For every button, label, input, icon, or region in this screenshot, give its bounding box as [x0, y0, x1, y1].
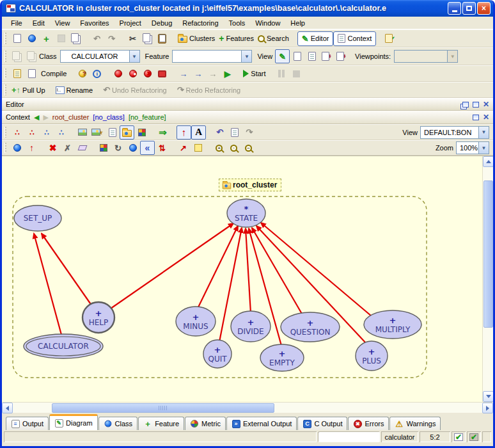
- diagram-node-quit[interactable]: +QUIT: [203, 340, 232, 368]
- inheritance-arrow-divide-to-state[interactable]: [246, 228, 251, 313]
- diagram-node-multiply[interactable]: +MULTIPLY: [364, 310, 421, 339]
- diagram-node-plus[interactable]: +PLUS: [356, 341, 388, 371]
- close-panel-icon[interactable]: ✕: [483, 102, 489, 108]
- diagram-view-combo[interactable]: DEFAULT:BON▼: [420, 126, 489, 139]
- menu-help[interactable]: Help: [285, 18, 310, 28]
- open-project-button[interactable]: [10, 67, 24, 81]
- stop-button[interactable]: [289, 67, 304, 81]
- tab-warnings[interactable]: ⚠Warnings: [389, 417, 441, 430]
- pause-button[interactable]: [274, 67, 289, 81]
- chevron-down-icon[interactable]: ▼: [129, 51, 139, 62]
- compile-button[interactable]: Compile: [39, 67, 68, 81]
- close-panel-icon[interactable]: ✕: [483, 115, 489, 120]
- close-button[interactable]: ×: [477, 2, 491, 15]
- scroll-down-button[interactable]: [483, 391, 493, 402]
- rotate-button[interactable]: ↻: [111, 141, 125, 155]
- sort-links-button[interactable]: ⇅: [155, 141, 169, 155]
- view-interface-button[interactable]: ❋: [334, 49, 349, 63]
- inheritance-arrow-calculator-to-set_up[interactable]: [34, 234, 63, 342]
- maximize-button[interactable]: [462, 2, 476, 15]
- finalize-button[interactable]: [155, 67, 169, 81]
- cluster-legend-button[interactable]: ∴: [24, 125, 39, 140]
- menu-view[interactable]: View: [50, 18, 75, 28]
- zoom-in-button[interactable]: +: [212, 141, 226, 155]
- clusters-button[interactable]: Clusters: [176, 31, 217, 45]
- tab-feature[interactable]: +Feature: [138, 417, 184, 430]
- toolbar-gripper[interactable]: [4, 127, 6, 137]
- breadcrumb-cluster[interactable]: root_cluster: [52, 113, 89, 121]
- inheritance-arrow-tool-button[interactable]: ↑: [177, 125, 191, 140]
- zoom-combo[interactable]: 100%▼: [456, 141, 489, 154]
- history-window-button[interactable]: [227, 125, 242, 140]
- diagram-node-set_up[interactable]: SET_UP: [14, 205, 61, 231]
- feature-combo[interactable]: ▼: [172, 50, 252, 63]
- eraser-button[interactable]: [75, 141, 90, 155]
- toolbar-gripper[interactable]: [4, 143, 6, 152]
- fan-left-button[interactable]: «: [140, 141, 155, 155]
- minimize-button[interactable]: [448, 2, 461, 15]
- menu-file[interactable]: File: [6, 18, 28, 28]
- diagram-undo-button[interactable]: ↶: [212, 125, 227, 140]
- export-png-button[interactable]: [75, 125, 90, 140]
- pull-up-button[interactable]: +↑Pull Up: [10, 83, 47, 97]
- show-clusters-button[interactable]: [120, 125, 134, 140]
- tab-c-output[interactable]: CC Output: [297, 417, 347, 430]
- zoom-out-button[interactable]: −: [241, 141, 256, 155]
- project-info-button[interactable]: i: [90, 67, 104, 81]
- view-clickable-button[interactable]: [290, 49, 304, 63]
- inheritance-arrow-help-to-state[interactable]: [104, 223, 233, 313]
- new-document-button[interactable]: [10, 31, 24, 45]
- diagram-node-calculator[interactable]: CALCULATOR: [24, 334, 103, 358]
- force-layout-button[interactable]: ⇒: [155, 125, 170, 140]
- text-tool-button[interactable]: A: [191, 125, 206, 140]
- recompile-overrides-button[interactable]: ?: [75, 67, 90, 81]
- uml-view-button[interactable]: [105, 125, 120, 140]
- diagram-node-divide[interactable]: +DIVIDE: [231, 311, 271, 342]
- toolbar-gripper[interactable]: [4, 51, 6, 62]
- vertical-scroll-thumb[interactable]: [483, 180, 493, 328]
- diagram-node-minus[interactable]: +MINUS: [176, 307, 216, 336]
- class-legend-button[interactable]: ∴: [10, 125, 24, 140]
- title-bar[interactable]: CALCULATOR in cluster root_cluster locat…: [2, 0, 493, 17]
- toolbar-gripper[interactable]: [4, 33, 6, 44]
- start-button[interactable]: Start: [241, 67, 267, 81]
- search-button[interactable]: Search: [256, 31, 291, 45]
- anchor-button[interactable]: ✗: [60, 141, 75, 155]
- step-over-button[interactable]: →: [191, 67, 205, 81]
- menu-edit[interactable]: Edit: [28, 18, 50, 28]
- restore-panel-icon[interactable]: [462, 102, 469, 108]
- new-link-tool-button[interactable]: ↑: [24, 141, 39, 155]
- tab-errors[interactable]: ✖Errors: [348, 417, 389, 430]
- toolbar-gripper[interactable]: [4, 84, 6, 95]
- save-all-button[interactable]: [68, 31, 83, 45]
- history-forward-button[interactable]: [24, 49, 39, 63]
- menu-project[interactable]: Project: [114, 18, 146, 28]
- inheritance-arrow-help-to-set_up[interactable]: [42, 234, 95, 310]
- menu-tools[interactable]: Tools: [224, 18, 251, 28]
- chevron-down-icon[interactable]: ▼: [241, 51, 251, 62]
- class-combo[interactable]: CALCULATOR▼: [60, 50, 140, 63]
- chevron-down-icon[interactable]: ▼: [478, 142, 489, 154]
- toolbar-gripper[interactable]: [4, 68, 6, 79]
- menu-refactoring[interactable]: Refactoring: [177, 18, 223, 28]
- diagram-canvas[interactable]: SET_UP*STATE+HELPCALCULATOR+MINUS+QUIT+D…: [2, 156, 493, 402]
- diagram-redo-button[interactable]: ↷: [242, 125, 256, 140]
- diagram-cluster-label[interactable]: root_cluster: [219, 179, 281, 191]
- scroll-right-button[interactable]: [482, 403, 493, 413]
- link-with-dot-button[interactable]: ↗: [176, 141, 191, 155]
- add-note-button[interactable]: [191, 141, 205, 155]
- vertical-scrollbar[interactable]: [482, 156, 493, 402]
- zoom-fit-button[interactable]: ▫: [226, 141, 241, 155]
- breadcrumb-class[interactable]: [no_class]: [93, 113, 125, 121]
- add-button[interactable]: +: [39, 31, 54, 45]
- scroll-left-button[interactable]: [2, 403, 13, 413]
- diagram-node-state[interactable]: *STATE: [227, 199, 265, 227]
- menu-debug[interactable]: Debug: [146, 18, 177, 28]
- context-forward-icon[interactable]: ▶: [43, 113, 48, 122]
- copy-button[interactable]: [140, 31, 155, 45]
- horizontal-scrollbar[interactable]: [2, 402, 493, 413]
- tab-output[interactable]: ≡Output: [6, 417, 49, 430]
- inheritance-arrow-question-to-state[interactable]: [252, 228, 302, 315]
- redo-button[interactable]: ↷: [104, 31, 119, 45]
- fill-colors-button[interactable]: [96, 141, 111, 155]
